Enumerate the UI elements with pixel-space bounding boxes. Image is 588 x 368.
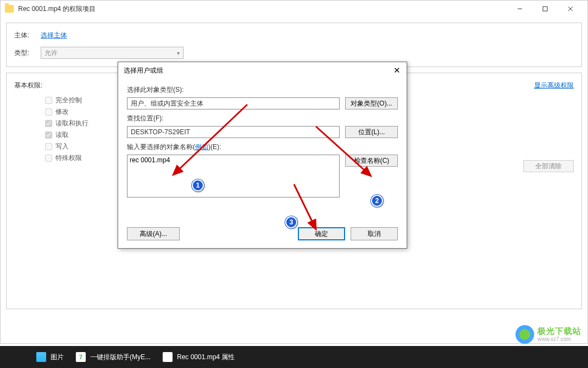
annotation-badge-2: 2 xyxy=(371,195,383,207)
type-select[interactable]: 允许 ▾ xyxy=(41,47,184,59)
svg-rect-1 xyxy=(543,7,547,11)
perm-checkbox[interactable] xyxy=(45,97,52,104)
location-field: DESKTOP-7S29EIT xyxy=(127,126,340,138)
pictures-icon xyxy=(36,352,46,362)
location-label: 查找位置(F): xyxy=(127,114,398,123)
annotation-badge-1: 1 xyxy=(192,179,204,191)
dialog-close-button[interactable]: ✕ xyxy=(389,64,404,76)
taskbar: 图片 7 一键排版助手(MyE... Rec 0001.mp4 属性 xyxy=(0,346,588,368)
main-titlebar: Rec 0001.mp4 的权限项目 xyxy=(1,1,587,17)
perm-checkbox[interactable] xyxy=(45,108,52,116)
taskbar-item-pictures[interactable]: 图片 xyxy=(31,346,69,368)
chevron-down-icon: ▾ xyxy=(177,50,180,56)
cancel-button[interactable]: 取消 xyxy=(351,227,398,240)
perm-checkbox[interactable] xyxy=(45,120,52,127)
type-value: 允许 xyxy=(45,48,58,58)
minimize-button[interactable] xyxy=(507,1,532,17)
show-advanced-link[interactable]: 显示高级权限 xyxy=(534,81,574,90)
perm-checkbox[interactable] xyxy=(45,143,52,150)
dialog-body: 选择此对象类型(S): 用户、组或内置安全主体 对象类型(O)... 查找位置(… xyxy=(118,79,407,248)
dialog-footer: 高级(A)... 确定 取消 xyxy=(127,227,398,240)
select-principal-link[interactable]: 选择主体 xyxy=(41,31,67,40)
perm-checkbox[interactable] xyxy=(45,155,52,162)
properties-icon xyxy=(163,352,173,362)
dialog-title: 选择用户或组 xyxy=(124,66,163,75)
object-name-input[interactable]: rec 0001.mp4 xyxy=(127,155,340,197)
taskbar-item-properties[interactable]: Rec 0001.mp4 属性 xyxy=(157,346,240,368)
select-user-or-group-dialog: 选择用户或组 ✕ 选择此对象类型(S): 用户、组或内置安全主体 对象类型(O)… xyxy=(118,62,407,249)
folder-icon xyxy=(5,5,14,13)
ok-button[interactable]: 确定 xyxy=(298,227,345,240)
principal-panel: 主体: 选择主体 类型: 允许 ▾ xyxy=(6,23,582,67)
close-button[interactable] xyxy=(558,1,583,17)
taskbar-item-myeditor[interactable]: 7 一键排版助手(MyE... xyxy=(70,346,156,368)
dialog-titlebar[interactable]: 选择用户或组 ✕ xyxy=(118,62,407,79)
window-title: Rec 0001.mp4 的权限项目 xyxy=(18,4,507,14)
maximize-button[interactable] xyxy=(532,1,558,17)
locations-button[interactable]: 位置(L)... xyxy=(345,126,398,138)
object-name-label: 输入要选择的对象名称(例如)(E): xyxy=(127,142,398,152)
clear-all-button[interactable]: 全部清除 xyxy=(523,160,574,172)
principal-label: 主体: xyxy=(14,31,41,40)
watermark-title: 极光下载站 xyxy=(537,327,581,336)
myeditor-icon: 7 xyxy=(76,352,86,362)
object-types-button[interactable]: 对象类型(O)... xyxy=(345,97,398,109)
perm-checkbox[interactable] xyxy=(45,131,52,139)
example-link[interactable]: 例如 xyxy=(195,143,208,151)
object-type-field: 用户、组或内置安全主体 xyxy=(127,97,340,109)
watermark-logo-icon xyxy=(515,325,534,344)
advanced-button[interactable]: 高级(A)... xyxy=(127,227,180,240)
watermark-url: www.xz7.com xyxy=(537,336,581,342)
watermark: 极光下载站 www.xz7.com xyxy=(515,325,581,344)
type-label: 类型: xyxy=(14,48,41,58)
window-controls xyxy=(507,1,583,17)
check-names-button[interactable]: 检查名称(C) xyxy=(345,155,398,167)
annotation-badge-3: 3 xyxy=(285,216,297,228)
object-type-label: 选择此对象类型(S): xyxy=(127,85,398,95)
